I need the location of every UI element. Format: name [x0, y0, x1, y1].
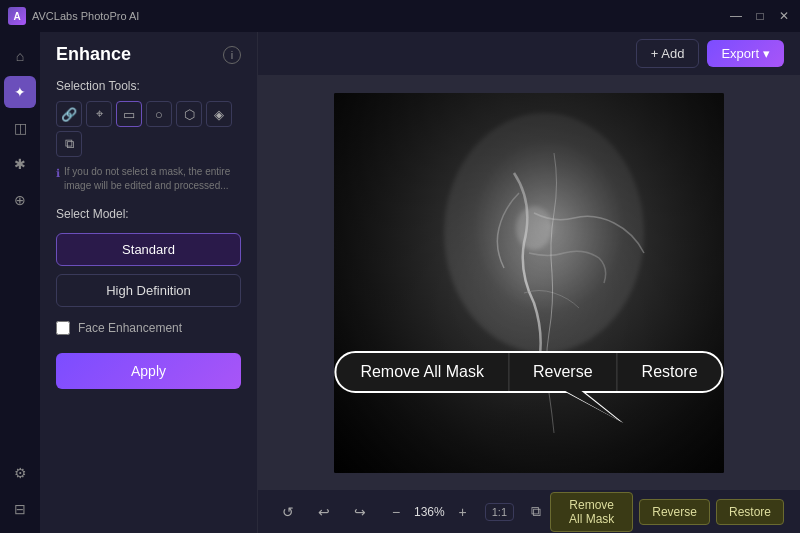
- minimize-btn[interactable]: —: [728, 8, 744, 24]
- bottom-right-actions: Remove All Mask Reverse Restore: [550, 492, 784, 532]
- sidebar-item-layers[interactable]: ◫: [4, 112, 36, 144]
- content-area: + Add Export ▾: [258, 32, 800, 533]
- circle-tool-btn[interactable]: ○: [146, 101, 172, 127]
- wand-tool-btn[interactable]: ⧉: [56, 131, 82, 157]
- vessel-overlay: [334, 93, 724, 473]
- callout-reverse[interactable]: Reverse: [509, 353, 618, 391]
- tools-row: 🔗 ⌖ ▭ ○ ⬡ ◈ ⧉: [40, 97, 257, 161]
- panel-title: Enhance: [56, 44, 131, 65]
- callout-pointer: [564, 391, 644, 426]
- face-enhancement-label: Face Enhancement: [78, 321, 182, 335]
- bottom-restore-btn[interactable]: Restore: [716, 499, 784, 525]
- app-logo: A: [8, 7, 26, 25]
- titlebar-left: A AVCLabs PhotoPro AI: [8, 7, 139, 25]
- titlebar-controls: — □ ✕: [728, 8, 792, 24]
- export-chevron-icon: ▾: [763, 46, 770, 61]
- redo-icon[interactable]: ↪: [346, 498, 374, 526]
- image-inner: [334, 93, 724, 473]
- model-label: Select Model:: [40, 201, 257, 229]
- callout-restore[interactable]: Restore: [618, 353, 722, 391]
- rotate-icon[interactable]: ↺: [274, 498, 302, 526]
- zoom-value: 136%: [414, 505, 445, 519]
- hint-text: If you do not select a mask, the entire …: [64, 165, 241, 193]
- info-icon[interactable]: i: [223, 46, 241, 64]
- sidebar-item-paint[interactable]: ⊕: [4, 184, 36, 216]
- lasso-tool-btn[interactable]: ⌖: [86, 101, 112, 127]
- titlebar: A AVCLabs PhotoPro AI — □ ✕: [0, 0, 800, 32]
- zoom-out-icon[interactable]: −: [382, 498, 410, 526]
- selection-tools-label: Selection Tools:: [40, 73, 257, 97]
- maximize-btn[interactable]: □: [752, 8, 768, 24]
- medical-image: [334, 93, 724, 473]
- hex-tool-btn[interactable]: ⬡: [176, 101, 202, 127]
- link-tool-btn[interactable]: 🔗: [56, 101, 82, 127]
- canvas-area: Remove All Mask Reverse Restore: [258, 76, 800, 489]
- app-title: AVCLabs PhotoPro AI: [32, 10, 139, 22]
- left-panel: Enhance i Selection Tools: 🔗 ⌖ ▭ ○ ⬡ ◈ ⧉…: [40, 32, 258, 533]
- panel-header: Enhance i: [40, 32, 257, 73]
- bottom-remove-all-mask-btn[interactable]: Remove All Mask: [550, 492, 633, 532]
- zoom-section: − 136% +: [382, 498, 477, 526]
- rect-tool-btn[interactable]: ▭: [116, 101, 142, 127]
- high-definition-model-btn[interactable]: High Definition: [56, 274, 241, 307]
- top-toolbar: + Add Export ▾: [258, 32, 800, 76]
- fit-screen-icon[interactable]: ⧉: [522, 498, 550, 526]
- zoom-in-icon[interactable]: +: [449, 498, 477, 526]
- svg-rect-2: [334, 93, 724, 473]
- callout-remove-all-mask[interactable]: Remove All Mask: [336, 353, 509, 391]
- bottom-left-tools: ↺ ↩ ↪ − 136% + 1:1 ⧉: [274, 498, 550, 526]
- sidebar-item-sliders[interactable]: ⊟: [4, 493, 36, 525]
- main-layout: ⌂ ✦ ◫ ✱ ⊕ ⚙ ⊟ Enhance i Selection Tools:…: [0, 32, 800, 533]
- sidebar-item-enhance[interactable]: ✦: [4, 76, 36, 108]
- sidebar-item-settings[interactable]: ⚙: [4, 457, 36, 489]
- bottom-reverse-btn[interactable]: Reverse: [639, 499, 710, 525]
- image-container: Remove All Mask Reverse Restore: [334, 93, 724, 473]
- face-enhancement-row: Face Enhancement: [40, 311, 257, 345]
- callout-bubble: Remove All Mask Reverse Restore: [334, 351, 723, 393]
- standard-model-btn[interactable]: Standard: [56, 233, 241, 266]
- close-btn[interactable]: ✕: [776, 8, 792, 24]
- callout-overlay: Remove All Mask Reverse Restore: [334, 351, 723, 393]
- one-to-one-btn[interactable]: 1:1: [485, 503, 514, 521]
- sidebar-item-star[interactable]: ✱: [4, 148, 36, 180]
- eraser-tool-btn[interactable]: ◈: [206, 101, 232, 127]
- hint-text-container: ℹ If you do not select a mask, the entir…: [40, 161, 257, 201]
- face-enhancement-checkbox[interactable]: [56, 321, 70, 335]
- apply-button[interactable]: Apply: [56, 353, 241, 389]
- bottom-toolbar: ↺ ↩ ↪ − 136% + 1:1 ⧉ Remove All Mask Rev…: [258, 489, 800, 533]
- undo-icon[interactable]: ↩: [310, 498, 338, 526]
- export-button[interactable]: Export ▾: [707, 40, 784, 67]
- sidebar-item-home[interactable]: ⌂: [4, 40, 36, 72]
- icon-sidebar: ⌂ ✦ ◫ ✱ ⊕ ⚙ ⊟: [0, 32, 40, 533]
- hint-icon: ℹ: [56, 166, 60, 181]
- add-button[interactable]: + Add: [636, 39, 700, 68]
